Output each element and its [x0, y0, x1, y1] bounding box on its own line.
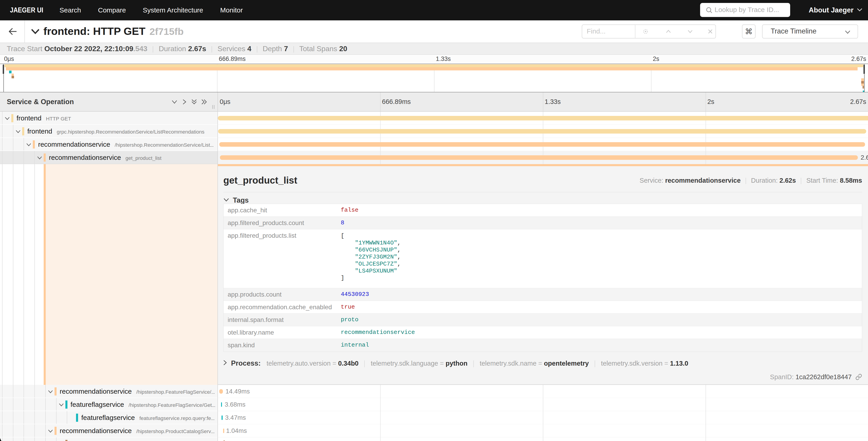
minimap-scrubber-left[interactable]	[2, 64, 4, 74]
indent-guide	[2, 125, 2, 138]
span-duration-label: 14.49ms	[226, 385, 250, 398]
process-value: opentelemetry	[544, 360, 589, 367]
indent-guide	[13, 151, 13, 164]
chevron-down-icon[interactable]	[59, 403, 64, 406]
trace-title-bar: frontend: HTTP GET2f715fb Find... ⌘ Trac…	[0, 20, 868, 43]
tag-row[interactable]: app.products.count44530923	[223, 288, 862, 301]
span-row[interactable]: featureflagservice/hipstershop.FeatureFl…	[0, 398, 868, 411]
chevron-down-icon[interactable]	[4, 117, 10, 120]
indent-guide	[56, 411, 57, 424]
nav-item-monitor[interactable]: Monitor	[220, 0, 243, 20]
chevron-down-icon[interactable]	[37, 156, 42, 159]
span-row[interactable]	[0, 437, 868, 441]
span-row[interactable]: frontendgrpc.hipstershop.RecommendationS…	[0, 125, 868, 138]
span-bar[interactable]	[220, 155, 858, 160]
indent-guide	[34, 385, 35, 398]
chevron-down-icon[interactable]	[16, 130, 21, 133]
span-row[interactable]: recommendationserviceget_product_list2.6…	[0, 151, 868, 164]
indent-guide	[2, 398, 2, 411]
tag-value-text: 44530923	[341, 291, 369, 298]
column-divider[interactable]	[217, 92, 218, 441]
nav-item-system-architecture[interactable]: System Architecture	[143, 0, 203, 20]
indent-guide	[2, 112, 2, 124]
span-bar[interactable]	[221, 415, 223, 420]
tags-section-toggle[interactable]: Tags	[223, 196, 249, 205]
span-name: frontendHTTP GET	[17, 112, 216, 125]
indent-guide	[13, 385, 13, 398]
span-name-cell[interactable]: recommendationservice/hipstershop.Recomm…	[0, 138, 217, 151]
minimap-scrubber-right[interactable]	[863, 64, 865, 74]
process-section-toggle[interactable]: Process:telemetry.auto.version = 0.34b0t…	[223, 358, 688, 368]
span-name-cell[interactable]: frontendHTTP GET	[0, 112, 217, 125]
locate-icon[interactable]	[642, 28, 649, 35]
find-controls	[635, 25, 716, 38]
span-bar[interactable]	[218, 116, 868, 120]
span-bar[interactable]	[218, 129, 866, 134]
span-name-cell[interactable]: recommendationserviceget_product_list	[0, 151, 217, 164]
span-row[interactable]: recommendationservice/hipstershop.Featur…	[0, 385, 868, 398]
span-row[interactable]: featureflagservicefeatureflagservice.rep…	[0, 411, 868, 424]
chevron-down-icon[interactable]	[26, 143, 31, 146]
span-bar[interactable]	[219, 389, 223, 394]
nav-item-search[interactable]: Search	[60, 0, 81, 20]
span-row[interactable]: recommendationservice/hipstershop.Recomm…	[0, 138, 868, 151]
prev-result-icon[interactable]	[665, 28, 672, 35]
tag-value-text: false	[341, 207, 359, 213]
tag-row[interactable]: app.recommendation.cache_enabledtrue	[223, 301, 862, 314]
collapse-all-icon[interactable]	[191, 99, 197, 105]
span-name-cell[interactable]	[0, 437, 217, 441]
tag-value: proto	[341, 314, 359, 326]
service-name: frontend	[17, 114, 41, 122]
span-bar[interactable]	[223, 429, 224, 433]
tag-row[interactable]: span.kindinternal	[223, 339, 862, 352]
span-bar[interactable]	[219, 142, 865, 147]
find-input[interactable]: Find...	[582, 25, 716, 38]
trace-minimap[interactable]	[0, 64, 868, 92]
span-name: frontendgrpc.hipstershop.RecommendationS…	[27, 125, 216, 138]
mouse-cursor	[0, 435, 9, 441]
collapse-one-icon[interactable]	[172, 99, 177, 105]
minimap-tick-label: 2s	[653, 55, 659, 64]
detail-name-fill[interactable]	[46, 164, 217, 385]
trace-id-search-box[interactable]: Lookup by Trace ID...	[700, 3, 790, 17]
span-row[interactable]: recommendationservice/hipstershop.Produc…	[0, 424, 868, 437]
collapse-trace-chevron-icon[interactable]	[31, 29, 40, 34]
tag-key: app.filtered_products.count	[228, 217, 304, 229]
about-jaeger-label: About Jaeger	[809, 6, 854, 14]
span-row[interactable]: frontendHTTP GET	[0, 112, 868, 125]
nav-item-compare[interactable]: Compare	[98, 0, 126, 20]
column-resizer-grip[interactable]	[212, 105, 216, 109]
span-name: recommendationserviceget_product_list	[49, 151, 216, 164]
span-bar[interactable]	[221, 402, 222, 407]
next-result-icon[interactable]	[687, 28, 693, 35]
span-name-cell[interactable]: recommendationservice/hipstershop.Featur…	[0, 385, 217, 398]
back-button[interactable]	[0, 20, 25, 42]
service-color-strip	[65, 440, 67, 441]
span-name: featureflagservice/hipstershop.FeatureFl…	[71, 398, 216, 411]
tag-row[interactable]: app.filtered_products.list[ "1YMWWN1N4O"…	[223, 229, 862, 288]
tag-row[interactable]: app.cache_hitfalse	[223, 204, 862, 217]
app-logo[interactable]: JAEGER UI	[10, 0, 43, 20]
chevron-down-icon[interactable]	[48, 390, 53, 393]
summary-separator	[293, 46, 294, 53]
span-name-cell[interactable]: featureflagservicefeatureflagservice.rep…	[0, 411, 217, 424]
span-name-cell[interactable]: frontendgrpc.hipstershop.RecommendationS…	[0, 125, 217, 138]
tag-row[interactable]: internal.span.formatproto	[223, 314, 862, 326]
clear-find-icon[interactable]	[707, 28, 714, 35]
keyboard-shortcuts-button[interactable]: ⌘	[742, 25, 755, 38]
operation-name: /hipstershop.RecommendationService/ListR…	[115, 142, 216, 148]
chevron-down-icon[interactable]	[48, 430, 53, 433]
expand-all-icon[interactable]	[201, 99, 207, 105]
service-color-strip	[11, 114, 13, 122]
tag-row[interactable]: otel.library.namerecommendationservice	[223, 326, 862, 339]
trace-view-selector[interactable]: Trace Timeline	[762, 25, 858, 38]
indent-guide	[56, 437, 57, 441]
link-icon[interactable]	[855, 374, 862, 380]
span-name-cell[interactable]: recommendationservice/hipstershop.Produc…	[0, 424, 217, 437]
span-name-cell[interactable]: featureflagservice/hipstershop.FeatureFl…	[0, 398, 217, 411]
tag-row[interactable]: app.filtered_products.count8	[223, 217, 862, 229]
indent-guide	[2, 151, 2, 164]
service-color-strip	[65, 401, 67, 409]
expand-one-icon[interactable]	[182, 99, 187, 105]
about-jaeger-menu[interactable]: About Jaeger	[809, 0, 863, 20]
